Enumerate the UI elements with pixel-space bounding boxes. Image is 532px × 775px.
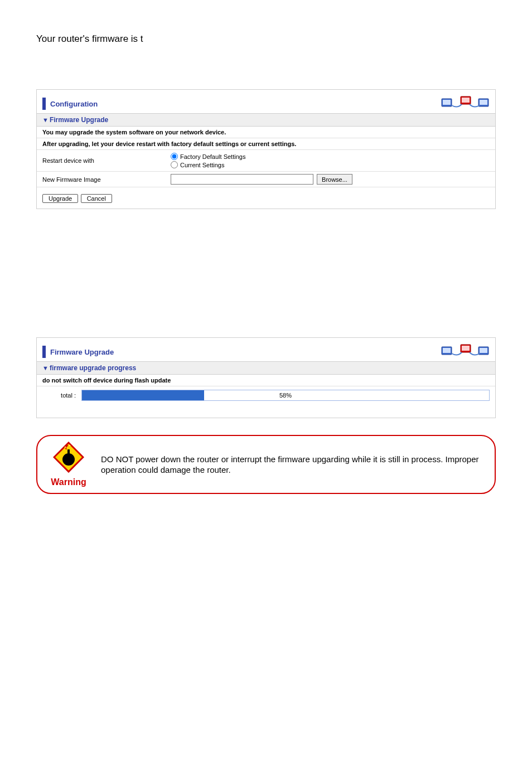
progress-warning-text: do not switch off device during flash up… <box>37 375 495 386</box>
computers-network-icon <box>441 93 491 110</box>
radio-factory-default[interactable] <box>171 153 178 160</box>
panel-title: Configuration <box>50 100 98 108</box>
svg-rect-5 <box>462 98 470 103</box>
svg-rect-3 <box>480 100 487 105</box>
configuration-panel: Configuration ▼Firmware Upgrade You may … <box>36 89 496 209</box>
svg-point-13 <box>62 453 75 466</box>
description-line-2: After upgrading, let your device restart… <box>37 138 495 150</box>
firmware-upgrade-panel: Firmware Upgrade ▼firmware upgrade progr… <box>36 337 496 418</box>
svg-rect-9 <box>480 348 487 353</box>
warning-callout: Warning DO NOT power down the router or … <box>36 435 496 494</box>
panel-header: Configuration <box>37 90 495 113</box>
intro-text: Your router's firmware is t <box>36 33 496 45</box>
progress-row: total : 58% <box>37 386 495 404</box>
panel-title: Firmware Upgrade <box>50 348 114 356</box>
svg-rect-7 <box>443 348 451 353</box>
warning-text: DO NOT power down the router or interrup… <box>101 454 483 476</box>
table-row: New Firmware Image Browse... <box>37 172 495 187</box>
new-firmware-label: New Firmware Image <box>37 172 165 187</box>
settings-table: Restart device with Factory Default Sett… <box>37 150 495 187</box>
section-label: firmware upgrade progress <box>50 364 136 372</box>
upgrade-button[interactable]: Upgrade <box>42 194 78 203</box>
panel-header: Firmware Upgrade <box>37 338 495 361</box>
section-label: Firmware Upgrade <box>50 116 108 124</box>
section-firmware-upgrade[interactable]: ▼Firmware Upgrade <box>37 113 495 127</box>
browse-button[interactable]: Browse... <box>317 174 352 185</box>
firmware-file-input[interactable] <box>171 174 313 185</box>
caret-down-icon: ▼ <box>42 365 49 371</box>
table-row: Restart device with Factory Default Sett… <box>37 150 495 172</box>
progress-percent-text: 58% <box>82 390 489 400</box>
title-accent-bar <box>42 346 46 358</box>
warning-label: Warning <box>46 477 91 487</box>
description-line-1: You may upgrade the system software on y… <box>37 127 495 138</box>
svg-point-16 <box>69 445 71 447</box>
svg-point-15 <box>65 447 66 448</box>
radio-factory-default-label: Factory Default Settings <box>180 153 245 160</box>
svg-rect-11 <box>462 346 470 351</box>
caret-down-icon: ▼ <box>42 117 49 123</box>
title-accent-bar <box>42 98 46 110</box>
progress-bar: 58% <box>81 390 490 401</box>
warning-diamond-icon <box>53 442 84 473</box>
restart-with-label: Restart device with <box>37 150 165 172</box>
section-progress[interactable]: ▼firmware upgrade progress <box>37 361 495 375</box>
progress-label: total : <box>42 392 81 399</box>
radio-current-settings-label: Current Settings <box>180 162 224 168</box>
svg-rect-1 <box>443 100 451 105</box>
svg-rect-14 <box>67 449 70 454</box>
cancel-button[interactable]: Cancel <box>81 194 112 203</box>
radio-current-settings[interactable] <box>171 161 178 168</box>
computers-network-icon <box>441 341 491 358</box>
